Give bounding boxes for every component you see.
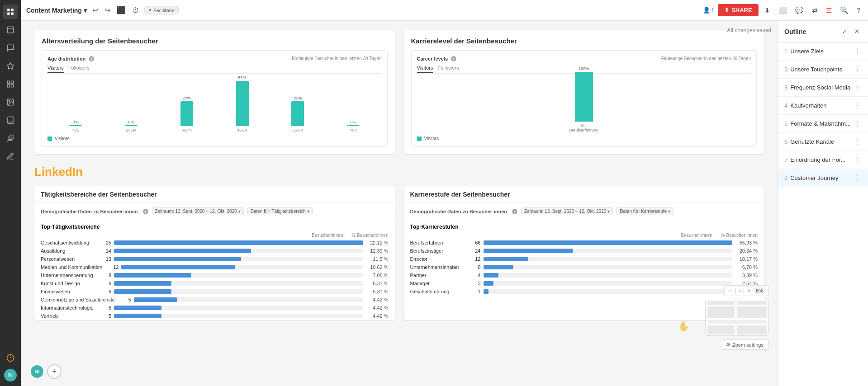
taetigkeit-info-icon[interactable]: i bbox=[143, 209, 148, 214]
sidebar-grid-icon[interactable] bbox=[3, 77, 18, 91]
row-pct: 3,39 % bbox=[735, 273, 758, 278]
sidebar-item-outline-2[interactable]: 2 Unsere Touchpoints ⋮ bbox=[778, 61, 868, 79]
zoom-controls-row: − | ○ | + 8% bbox=[724, 285, 768, 296]
outline-item-more-button[interactable]: ⋮ bbox=[853, 174, 862, 182]
sidebar-plugin-icon[interactable] bbox=[3, 131, 18, 146]
sidebar-item-outline-6[interactable]: 6 Genutzte Kanäle ⋮ bbox=[778, 133, 868, 151]
row-bar-fill bbox=[114, 306, 161, 310]
karrierestufe-period-btn[interactable]: Zeitraum: 13. Sept. 2020 – 12. Okt. 2020… bbox=[521, 207, 613, 215]
mini-block-1 bbox=[707, 301, 735, 305]
add-collaborator-button[interactable]: + bbox=[47, 364, 62, 379]
sidebar-item-outline-8[interactable]: 8 Customer Journey ⋮ bbox=[778, 169, 868, 187]
sidebar-pen-icon[interactable] bbox=[3, 149, 18, 164]
row-num: 8 bbox=[467, 264, 481, 270]
age-bar-pct: 22% bbox=[183, 96, 191, 100]
age-tab-visitors[interactable]: Visitors bbox=[47, 65, 64, 73]
outline-close-button[interactable]: ✕ bbox=[852, 26, 862, 37]
sidebar-star-icon[interactable] bbox=[3, 59, 18, 73]
career-bar-group: 100%Mit Berufserfahrung bbox=[570, 66, 598, 132]
comment-button[interactable]: 💬 bbox=[793, 5, 806, 16]
help-button[interactable]: ? bbox=[854, 5, 863, 16]
outline-item-more-button[interactable]: ⋮ bbox=[853, 119, 862, 128]
career-tab-visitors[interactable]: Visitors bbox=[417, 65, 433, 73]
taetigkeit-data-btn[interactable]: Daten für: Tätigkeitsbereich ▾ bbox=[247, 207, 313, 215]
row-label: Geschäftsentwicklung bbox=[41, 240, 95, 245]
age-bar-group: 0%<25 bbox=[52, 120, 100, 132]
share-button[interactable]: ⬆ SHARE bbox=[718, 4, 759, 16]
user-count-icon: 👤 bbox=[703, 7, 710, 14]
outline-item-more-button[interactable]: ⋮ bbox=[853, 47, 862, 56]
taetigkeit-period-btn[interactable]: Zeitraum: 13. Sept. 2020 – 12. Okt. 2020… bbox=[152, 207, 244, 215]
row-pct: 7,08 % bbox=[366, 273, 389, 278]
age-bar bbox=[125, 125, 138, 126]
taetigkeit-table-header: Besucher:innen % Besucher:innen bbox=[34, 232, 395, 239]
share-label: SHARE bbox=[731, 7, 752, 14]
zoom-out-button[interactable]: − bbox=[727, 287, 733, 294]
outline-item-num: 3 bbox=[784, 84, 787, 91]
share-network-button[interactable]: ⇄ bbox=[810, 5, 820, 16]
list-view-button[interactable]: ☰ bbox=[824, 5, 834, 16]
sidebar-pages-icon[interactable] bbox=[3, 23, 18, 37]
search-button[interactable]: 🔍 bbox=[838, 5, 851, 16]
sidebar-item-outline-3[interactable]: 3 Frequenz Social Media ⋮ bbox=[778, 79, 868, 97]
sidebar-item-outline-4[interactable]: 4 Kaufverhalten ⋮ bbox=[778, 97, 868, 115]
karrierestufe-info-icon[interactable]: i bbox=[512, 209, 517, 214]
taetigkeit-col-pct: % Besucher:innen bbox=[343, 233, 389, 238]
bottom-avatars: NI + bbox=[30, 364, 62, 379]
outline-item-more-button[interactable]: ⋮ bbox=[853, 101, 862, 110]
sidebar-warning-icon[interactable] bbox=[3, 351, 18, 365]
outline-item-num: 2 bbox=[784, 66, 787, 73]
facilitator-badge[interactable]: ✦ Facilitator bbox=[144, 6, 179, 14]
user-avatar[interactable]: NI bbox=[4, 369, 17, 381]
outline-item-more-button[interactable]: ⋮ bbox=[853, 83, 862, 92]
undo-button[interactable]: ↩ bbox=[90, 4, 100, 16]
screen-button[interactable]: ⬛ bbox=[115, 4, 128, 16]
timer-button[interactable]: ⏱ bbox=[130, 5, 141, 16]
outline-sidebar: Outline ⤢ ✕ 1 Unsere Ziele ⋮ 2 Unsere To… bbox=[778, 21, 868, 386]
career-info-icon[interactable]: i bbox=[451, 56, 456, 61]
zoom-settings-button[interactable]: ⚙ Zoom settings bbox=[721, 339, 768, 350]
redo-button[interactable]: ↪ bbox=[103, 4, 112, 16]
row-bar-fill bbox=[134, 297, 177, 302]
row-pct: 55,93 % bbox=[735, 240, 758, 245]
svg-rect-9 bbox=[7, 85, 9, 87]
career-tab-followers[interactable]: Followers bbox=[437, 65, 459, 73]
age-info-icon[interactable]: i bbox=[89, 56, 94, 61]
row-label: Kunst und Design bbox=[41, 281, 95, 286]
sidebar-image-icon[interactable] bbox=[3, 95, 18, 109]
svg-rect-8 bbox=[11, 81, 14, 83]
outline-item-left: 7 Einordnung der For... bbox=[784, 156, 845, 163]
zoom-controls: − | ○ | + 8% bbox=[724, 285, 768, 296]
svg-rect-0 bbox=[7, 9, 9, 11]
zoom-in-button[interactable]: + bbox=[746, 287, 752, 294]
document-title[interactable]: Content Marketing ▾ bbox=[26, 7, 87, 14]
row-pct: 12,39 % bbox=[366, 248, 389, 254]
sidebar-item-outline-5[interactable]: 5 Formate & Maßnahm... ⋮ bbox=[778, 115, 868, 133]
career-level-card: Karrierelevel der Seitenbesucher Career … bbox=[404, 30, 764, 154]
karrierestufe-data-btn[interactable]: Daten für: Karrierestufe ▾ bbox=[617, 207, 674, 215]
age-bar-pct: 0% bbox=[73, 120, 79, 124]
outline-item-more-button[interactable]: ⋮ bbox=[853, 137, 862, 146]
sidebar-library-icon[interactable] bbox=[3, 113, 18, 127]
age-bar-label: <25 bbox=[72, 128, 79, 132]
sidebar-left: NI bbox=[0, 0, 21, 386]
sidebar-home-icon[interactable] bbox=[3, 5, 18, 19]
user-avatar-ni[interactable]: NI bbox=[30, 364, 44, 379]
outline-expand-button[interactable]: ⤢ bbox=[840, 26, 849, 37]
row-bar bbox=[484, 273, 733, 278]
row-bar-fill bbox=[484, 249, 573, 253]
age-tab-followers[interactable]: Followers bbox=[68, 65, 90, 73]
row-pct: 22,12 % bbox=[366, 240, 389, 245]
outline-item-num: 7 bbox=[784, 156, 787, 163]
sidebar-comments-icon[interactable] bbox=[3, 41, 18, 55]
row-bar bbox=[114, 289, 363, 294]
outline-item-more-button[interactable]: ⋮ bbox=[853, 65, 862, 74]
list-item: Partner 4 3,39 % bbox=[404, 271, 764, 279]
sidebar-item-outline-7[interactable]: 7 Einordnung der For... ⋮ bbox=[778, 151, 868, 169]
row-label: Ausbildung bbox=[41, 248, 95, 254]
svg-rect-10 bbox=[11, 85, 14, 87]
outline-item-more-button[interactable]: ⋮ bbox=[853, 155, 862, 164]
sidebar-item-outline-1[interactable]: 1 Unsere Ziele ⋮ bbox=[778, 42, 868, 61]
download-button[interactable]: ⬇ bbox=[762, 5, 773, 16]
present-button[interactable]: ⬜ bbox=[776, 5, 789, 16]
